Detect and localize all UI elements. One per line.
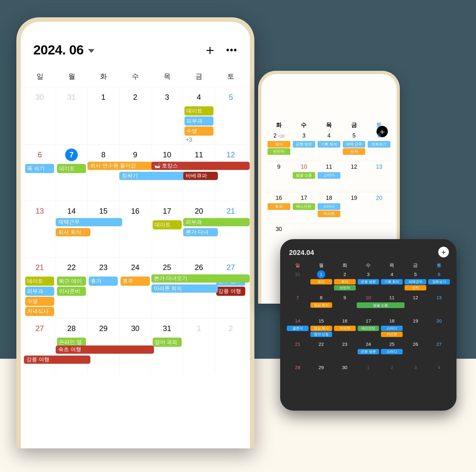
- event-chip[interactable]: 휴가: [89, 277, 118, 286]
- day-cell[interactable]: 13: [427, 294, 451, 302]
- day-cell[interactable]: 24은행 방문: [357, 340, 380, 355]
- event-chip[interactable]: 스터디: [381, 326, 403, 331]
- day-cell[interactable]: 2: [380, 363, 404, 372]
- event-span[interactable]: 바베큐파: [183, 172, 218, 180]
- event-chip[interactable]: 퇴근 데이: [57, 277, 86, 286]
- day-cell[interactable]: 17데이트: [151, 201, 183, 257]
- event-span[interactable]: 본가 다녀: [183, 228, 218, 236]
- day-cell[interactable]: 4데이트피부과수영+3: [183, 87, 215, 144]
- day-cell[interactable]: 17배드민턴: [292, 195, 317, 211]
- day-cell[interactable]: 9: [333, 294, 357, 302]
- day-cell[interactable]: 27: [24, 318, 56, 374]
- plus-icon[interactable]: ＋: [438, 247, 449, 257]
- day-cell[interactable]: 12: [404, 294, 427, 302]
- event-span[interactable]: 마라톤 회의: [151, 284, 218, 293]
- event-chip[interactable]: 피부과: [184, 116, 213, 126]
- event-chip[interactable]: 영어 과외: [153, 338, 182, 347]
- day-cell[interactable]: 3: [404, 363, 427, 372]
- event-chip[interactable]: 회의: [334, 279, 356, 284]
- event-chip[interactable]: 반차: [405, 285, 426, 290]
- day-cell[interactable]: 2+10회의반반차: [266, 132, 292, 155]
- day-cell[interactable]: 1: [88, 87, 119, 144]
- day-cell[interactable]: 3: [151, 87, 183, 144]
- event-chip[interactable]: 은행 방문: [358, 349, 379, 354]
- event-chip[interactable]: 커피챗: [318, 211, 340, 217]
- day-cell[interactable]: 24휴무: [119, 257, 151, 318]
- day-cell[interactable]: 28: [286, 363, 309, 372]
- event-chip[interactable]: 데이트: [25, 277, 54, 286]
- event-chip[interactable]: 점심 회식: [310, 326, 332, 331]
- day-cell[interactable]: 13: [24, 201, 56, 257]
- event-chip[interactable]: 점심 회식: [310, 302, 332, 308]
- day-cell[interactable]: [292, 226, 317, 232]
- day-cell[interactable]: 6푹 쉬기: [24, 145, 56, 201]
- day-cell[interactable]: 30: [333, 363, 357, 372]
- day-cell[interactable]: 31: [56, 87, 88, 144]
- event-chip[interactable]: 청약 신청: [310, 332, 332, 337]
- event-chip[interactable]: 커피챗: [381, 332, 403, 337]
- event-span[interactable]: 짐싸기: [119, 172, 186, 180]
- day-cell[interactable]: 1: [357, 363, 380, 372]
- day-cell[interactable]: 8: [88, 145, 119, 201]
- day-cell[interactable]: 16회의: [266, 195, 292, 211]
- day-cell[interactable]: 12: [342, 164, 367, 171]
- day-cell[interactable]: 4기획 회의: [316, 132, 342, 148]
- day-cell[interactable]: 8점심 회식: [309, 294, 333, 308]
- day-cell[interactable]: 18스터디커피챗: [380, 317, 404, 338]
- day-cell[interactable]: 31영어 과외: [151, 318, 183, 374]
- day-cell[interactable]: 2: [119, 87, 151, 144]
- day-cell[interactable]: 23휴가: [88, 257, 119, 318]
- day-cell[interactable]: 19: [342, 195, 367, 203]
- day-cell[interactable]: [316, 226, 342, 232]
- more-indicator[interactable]: +3: [184, 137, 214, 143]
- event-chip[interactable]: 수영: [25, 297, 54, 306]
- day-cell[interactable]: 19: [404, 317, 427, 325]
- day-cell[interactable]: 5: [215, 87, 247, 144]
- event-chip[interactable]: 반반차: [268, 148, 290, 155]
- day-cell[interactable]: 3은행 방문: [357, 270, 380, 285]
- event-chip[interactable]: 데이트: [184, 106, 213, 115]
- event-chip[interactable]: 영화보기: [368, 141, 390, 148]
- event-span[interactable]: 벚꽃 소풍: [357, 302, 405, 308]
- day-cell[interactable]: 30: [24, 87, 56, 144]
- event-chip[interactable]: 커피챗: [334, 326, 356, 331]
- day-cell[interactable]: 11스터디: [316, 164, 342, 179]
- day-cell[interactable]: 27친구 밥강릉 여행: [215, 257, 247, 318]
- day-cell[interactable]: 9: [266, 164, 292, 171]
- event-chip[interactable]: 피부과: [25, 287, 54, 296]
- day-cell[interactable]: 6영화보기: [366, 132, 392, 148]
- day-cell[interactable]: 30: [266, 226, 292, 234]
- event-chip[interactable]: 재택 근무: [343, 141, 366, 148]
- event-chip[interactable]: 데이트: [57, 164, 86, 173]
- event-chip[interactable]: 수영: [184, 126, 213, 136]
- event-chip[interactable]: 스터디: [381, 349, 403, 354]
- day-cell[interactable]: 22퇴근 데이이사준비: [56, 257, 88, 318]
- day-cell[interactable]: 10벚꽃 소풍: [292, 164, 317, 179]
- event-chip[interactable]: 반차: [343, 148, 366, 155]
- chevron-down-icon[interactable]: [88, 49, 94, 53]
- event-span[interactable]: 재택근무: [56, 218, 122, 226]
- day-cell[interactable]: 26: [404, 340, 427, 348]
- more-icon[interactable]: •••: [226, 45, 237, 55]
- event-span[interactable]: 피부과: [183, 218, 250, 226]
- month-title[interactable]: 2024. 06: [33, 42, 84, 58]
- event-chip[interactable]: 벚꽃 소풍: [293, 172, 315, 179]
- day-cell[interactable]: 4: [427, 363, 451, 372]
- plus-icon[interactable]: ＋: [203, 41, 217, 59]
- day-cell[interactable]: 20: [366, 195, 392, 203]
- event-span[interactable]: 회사 회식: [56, 228, 90, 236]
- day-cell[interactable]: 31: [286, 270, 309, 278]
- event-chip[interactable]: 영화보기: [428, 279, 450, 284]
- day-cell[interactable]: 21데이트피부과수영저녁식사: [24, 257, 56, 318]
- day-cell[interactable]: 6영화보기: [427, 270, 451, 285]
- day-cell[interactable]: 29: [309, 363, 333, 372]
- day-cell[interactable]: 10: [357, 294, 380, 302]
- event-span[interactable]: 속초 여행: [56, 346, 154, 354]
- event-span[interactable]: 회사 연수원 들어감: [88, 162, 154, 170]
- event-chip[interactable]: 회의: [310, 279, 332, 284]
- day-cell[interactable]: 5재택근무반차: [404, 270, 427, 291]
- event-chip[interactable]: 반반차: [334, 285, 356, 290]
- event-chip[interactable]: 배드민턴: [358, 326, 379, 331]
- day-cell[interactable]: 16: [119, 201, 151, 257]
- event-chip[interactable]: 은행 방문: [293, 141, 315, 148]
